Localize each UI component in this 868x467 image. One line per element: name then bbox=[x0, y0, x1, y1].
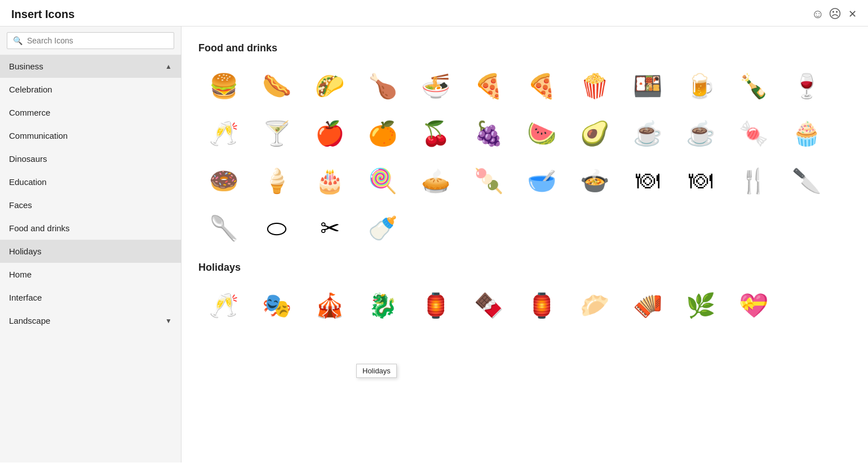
search-input[interactable] bbox=[27, 36, 168, 45]
knife-icon[interactable]: 🔪 bbox=[781, 158, 832, 203]
watermelon-icon[interactable]: 🍉 bbox=[516, 111, 567, 156]
sidebar-item-faces[interactable]: Faces bbox=[0, 193, 181, 217]
hot-cup-icon[interactable]: ☕ bbox=[622, 111, 673, 156]
chicken-leg-icon[interactable]: 🍗 bbox=[357, 63, 408, 108]
search-box[interactable]: 🔍 bbox=[7, 32, 174, 49]
popcorn-icon[interactable]: 🍿 bbox=[569, 63, 620, 108]
wine-glass-icon[interactable]: 🍷 bbox=[781, 63, 832, 108]
chinese-lantern-icon[interactable]: 🏮 bbox=[516, 283, 567, 328]
sidebar-item-label: Dinosaurs bbox=[9, 154, 47, 164]
bottle-icon[interactable]: 🍾 bbox=[728, 63, 779, 108]
cherry-icon[interactable]: 🍒 bbox=[410, 111, 461, 156]
hotdog-icon[interactable]: 🌭 bbox=[251, 63, 302, 108]
taco-icon[interactable]: 🌮 bbox=[304, 63, 355, 108]
sidebar-item-food-and-drinks[interactable]: Food and drinks bbox=[0, 217, 181, 240]
sad-feedback-icon[interactable]: ☹ bbox=[829, 7, 842, 21]
plate-cutlery-icon[interactable]: 🍽 bbox=[675, 158, 726, 203]
champagne-glasses-icon[interactable]: 🥂 bbox=[198, 283, 249, 328]
masquerade-mask-icon[interactable]: 🎭 bbox=[251, 283, 302, 328]
fruit-bowl-icon[interactable]: 🍲 bbox=[569, 158, 620, 203]
bento-box-icon[interactable]: 🍱 bbox=[622, 63, 673, 108]
popsicle-icon[interactable]: 🍡 bbox=[463, 158, 514, 203]
chevron-up-icon: ▲ bbox=[165, 63, 172, 71]
sidebar-item-holidays[interactable]: Holidays bbox=[0, 240, 181, 263]
sidebar-item-communication[interactable]: Communication bbox=[0, 124, 181, 147]
sidebar-item-home[interactable]: Home bbox=[0, 263, 181, 286]
champagne-flute-icon[interactable]: 🥂 bbox=[198, 111, 249, 156]
plant-figurine-icon[interactable]: 🌿 bbox=[675, 283, 726, 328]
pizza-slice-icon[interactable]: 🍕 bbox=[463, 63, 514, 108]
title-bar: Insert Icons ☺ ☹ ✕ bbox=[0, 0, 868, 27]
lantern-icon[interactable]: 🏮 bbox=[410, 283, 461, 328]
cake-slice-icon[interactable]: 🎂 bbox=[304, 158, 355, 203]
heart-lock-icon[interactable]: 💝 bbox=[728, 283, 779, 328]
sidebar-item-label: Communication bbox=[9, 131, 68, 140]
candy-icon[interactable]: 🍬 bbox=[728, 111, 779, 156]
sidebar: 🔍 Business▲CelebrationCommerceCommunicat… bbox=[0, 27, 181, 462]
holidays-tooltip: Holidays bbox=[356, 364, 397, 378]
burger-icon[interactable]: 🍔 bbox=[198, 63, 249, 108]
sidebar-item-dinosaurs[interactable]: Dinosaurs bbox=[0, 147, 181, 170]
cupcake-icon[interactable]: 🧁 bbox=[781, 111, 832, 156]
serving-dish-icon[interactable]: 🍽 bbox=[622, 158, 673, 203]
holidays-section-title: Holidays bbox=[198, 262, 851, 274]
search-icon: 🔍 bbox=[13, 36, 23, 45]
sidebar-item-landscape[interactable]: Landscape▼ bbox=[0, 309, 181, 332]
sidebar-list: Business▲CelebrationCommerceCommunicatio… bbox=[0, 55, 181, 462]
fan-icon[interactable]: 🪗 bbox=[622, 283, 673, 328]
dialog-title: Insert Icons bbox=[11, 8, 74, 21]
dragon-dance-icon[interactable]: 🐉 bbox=[357, 283, 408, 328]
fork-icon[interactable]: 🍴 bbox=[728, 158, 779, 203]
sidebar-item-label: Education bbox=[9, 177, 47, 187]
avocado-icon[interactable]: 🥑 bbox=[569, 111, 620, 156]
spoon-icon[interactable]: 🥄 bbox=[198, 205, 249, 250]
apple-icon[interactable]: 🍎 bbox=[304, 111, 355, 156]
title-bar-right: ☺ ☹ ✕ bbox=[812, 7, 857, 21]
food-section-title: Food and drinks bbox=[198, 42, 851, 54]
oval-dish-icon[interactable]: ⬭ bbox=[251, 205, 302, 250]
crossed-cutlery-icon[interactable]: ✂ bbox=[304, 205, 355, 250]
chevron-down-icon: ▼ bbox=[165, 317, 172, 325]
pie-icon[interactable]: 🥧 bbox=[410, 158, 461, 203]
sidebar-item-label: Interface bbox=[9, 293, 42, 302]
sidebar-item-celebration[interactable]: Celebration bbox=[0, 78, 181, 101]
fortune-cookie-icon[interactable]: 🥟 bbox=[569, 283, 620, 328]
baby-bottle-icon[interactable]: 🍼 bbox=[357, 205, 408, 250]
orange-citrus-icon[interactable]: 🍊 bbox=[357, 111, 408, 156]
sidebar-item-label: Commerce bbox=[9, 108, 50, 117]
beer-mug-icon[interactable]: 🍺 bbox=[675, 63, 726, 108]
pizza-icon[interactable]: 🍕 bbox=[516, 63, 567, 108]
sidebar-item-label: Landscape bbox=[9, 316, 50, 325]
martini-icon[interactable]: 🍸 bbox=[251, 111, 302, 156]
sidebar-item-label: Faces bbox=[9, 200, 32, 210]
food-icon-grid: 🍔🌭🌮🍗🍜🍕🍕🍿🍱🍺🍾🍷🥂🍸🍎🍊🍒🍇🍉🥑☕☕🍬🧁🍩🍦🎂🍭🥧🍡🥣🍲🍽🍽🍴🔪🥄⬭✂🍼 bbox=[198, 63, 851, 250]
coffee-cup-icon[interactable]: ☕ bbox=[675, 111, 726, 156]
sidebar-item-label: Home bbox=[9, 270, 32, 279]
happy-feedback-icon[interactable]: ☺ bbox=[812, 7, 824, 21]
sidebar-item-label: Food and drinks bbox=[9, 223, 70, 233]
sidebar-item-label: Holidays bbox=[9, 246, 42, 256]
ice-cream-icon[interactable]: 🍦 bbox=[251, 158, 302, 203]
lollipop-icon[interactable]: 🍭 bbox=[357, 158, 408, 203]
sidebar-item-label: Celebration bbox=[9, 85, 52, 94]
donut-icon[interactable]: 🍩 bbox=[198, 158, 249, 203]
sidebar-item-label: Business bbox=[9, 61, 43, 71]
sidebar-item-commerce[interactable]: Commerce bbox=[0, 101, 181, 124]
close-button[interactable]: ✕ bbox=[848, 9, 857, 19]
noodles-icon[interactable]: 🍜 bbox=[410, 63, 461, 108]
holiday-icon-grid: 🥂🎭🎪🐉🏮🍫🏮🥟🪗🌿💝 bbox=[198, 283, 851, 328]
main-layout: 🔍 Business▲CelebrationCommerceCommunicat… bbox=[0, 27, 868, 462]
jester-hat-icon[interactable]: 🎪 bbox=[304, 283, 355, 328]
grapes-icon[interactable]: 🍇 bbox=[463, 111, 514, 156]
chocolate-bar-icon[interactable]: 🍫 bbox=[463, 283, 514, 328]
sidebar-item-interface[interactable]: Interface bbox=[0, 286, 181, 309]
sidebar-item-education[interactable]: Education bbox=[0, 170, 181, 193]
feedback-icons: ☺ ☹ bbox=[812, 7, 842, 21]
content-area: Food and drinks🍔🌭🌮🍗🍜🍕🍕🍿🍱🍺🍾🍷🥂🍸🍎🍊🍒🍇🍉🥑☕☕🍬🧁🍩… bbox=[181, 27, 868, 462]
sidebar-item-business[interactable]: Business▲ bbox=[0, 55, 181, 78]
bowl-icon[interactable]: 🥣 bbox=[516, 158, 567, 203]
